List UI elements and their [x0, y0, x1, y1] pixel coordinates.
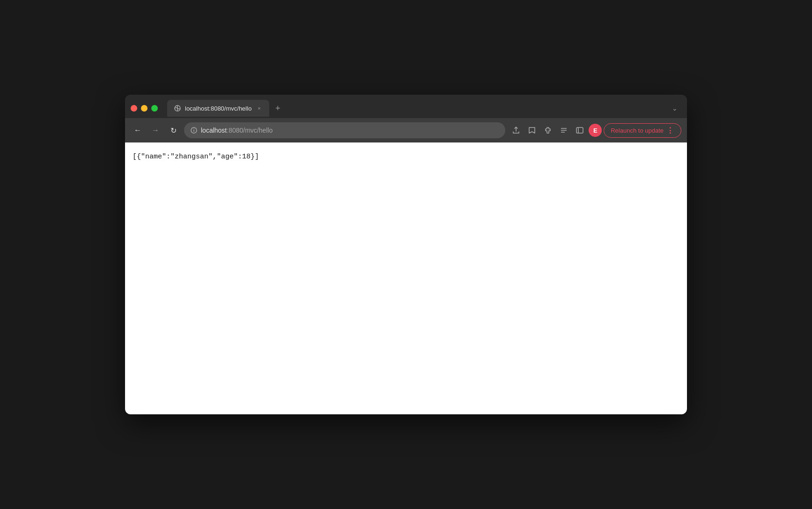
tab-bar: localhost:8080/mvc/hello × + ⌄ [125, 95, 687, 118]
extensions-button[interactable] [541, 123, 555, 137]
browser-window: localhost:8080/mvc/hello × + ⌄ ← → ↻ loc… [125, 95, 687, 414]
sidebar-button[interactable] [573, 123, 587, 137]
relaunch-label: Relaunch to update [611, 127, 664, 134]
share-button[interactable] [509, 123, 523, 137]
nav-bar: ← → ↻ localhost:8080/mvc/hello [125, 118, 687, 142]
relaunch-button[interactable]: Relaunch to update ⋮ [604, 123, 681, 138]
minimize-traffic-light[interactable] [141, 105, 148, 112]
tab-favicon-icon [174, 105, 181, 112]
reload-button[interactable]: ↻ [166, 123, 180, 137]
reading-list-button[interactable] [557, 123, 571, 137]
tab-close-button[interactable]: × [255, 105, 263, 112]
address-info-icon [191, 127, 197, 134]
new-tab-button[interactable]: + [271, 102, 284, 115]
maximize-traffic-light[interactable] [151, 105, 158, 112]
bookmark-button[interactable] [525, 123, 539, 137]
page-content: [{"name":"zhangsan","age":18}] [125, 142, 687, 414]
tab-dropdown-button[interactable]: ⌄ [668, 102, 681, 115]
address-text: localhost:8080/mvc/hello [201, 127, 499, 134]
profile-avatar[interactable]: E [589, 124, 602, 137]
svg-marker-5 [529, 127, 535, 133]
address-bar[interactable]: localhost:8080/mvc/hello [184, 122, 505, 138]
svg-point-4 [193, 128, 194, 129]
forward-button[interactable]: → [148, 123, 162, 137]
active-tab[interactable]: localhost:8080/mvc/hello × [167, 100, 269, 117]
traffic-lights [131, 105, 158, 112]
address-path: :8080/mvc/hello [227, 127, 273, 134]
svg-rect-9 [576, 127, 583, 133]
nav-actions: E Relaunch to update ⋮ [509, 123, 681, 138]
relaunch-more-icon: ⋮ [666, 126, 674, 135]
tab-title: localhost:8080/mvc/hello [185, 105, 251, 112]
back-button[interactable]: ← [131, 123, 145, 137]
close-traffic-light[interactable] [131, 105, 137, 112]
address-host: localhost [201, 127, 227, 134]
page-body-text: [{"name":"zhangsan","age":18}] [133, 152, 679, 163]
